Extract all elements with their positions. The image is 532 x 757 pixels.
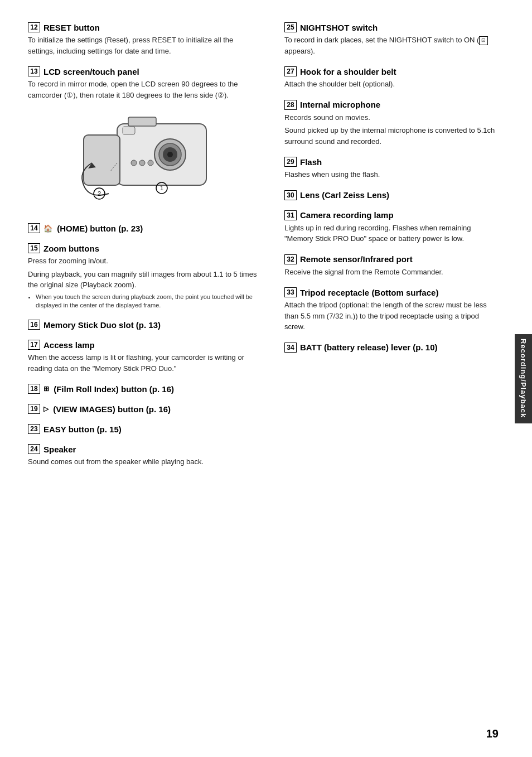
section-32-body: Receive the signal from the Remote Comma…: [284, 267, 496, 278]
section-31: 31 Camera recording lamp Lights up in re…: [284, 210, 496, 244]
section-33-title: 33 Tripod receptacle (Bottom surface): [284, 287, 496, 297]
section-19-title: 19 ▷ (VIEW IMAGES) button (p. 16): [28, 404, 262, 414]
section-15-body: Press for zooming in/out. During playbac…: [28, 255, 262, 310]
section-17-body: When the access lamp is lit or flashing,…: [28, 352, 262, 374]
svg-point-7: [131, 160, 137, 166]
section-15-bullets: When you touch the screen during playbac…: [28, 293, 262, 310]
section-33: 33 Tripod receptacle (Bottom surface) At…: [284, 287, 496, 332]
section-27-title: 27 Hook for a shoulder belt: [284, 66, 496, 76]
section-25: 25 NIGHTSHOT switch To record in dark pl…: [284, 22, 496, 56]
section-14-title: 14 🏠 (HOME) button (p. 23): [28, 223, 262, 233]
section-34: 34 BATT (battery release) lever (p. 10): [284, 343, 496, 353]
num-box-27: 27: [284, 66, 297, 76]
section-23-title: 23 EASY button (p. 15): [28, 424, 262, 434]
num-box-25: 25: [284, 22, 297, 32]
section-27-body: Attach the shoulder belt (optional).: [284, 79, 496, 90]
svg-point-8: [139, 160, 145, 166]
section-16-title: 16 Memory Stick Duo slot (p. 13): [28, 320, 262, 330]
home-icon: 🏠: [43, 224, 52, 233]
num-box-12: 12: [28, 22, 40, 32]
camera-diagram: 1 2: [28, 107, 262, 213]
num-box-24: 24: [28, 444, 40, 454]
section-23: 23 EASY button (p. 15): [28, 424, 262, 434]
num-box-17: 17: [28, 340, 40, 350]
svg-text:1: 1: [160, 185, 163, 191]
two-column-layout: 12 RESET button To initialize the settin…: [28, 22, 504, 478]
section-28-body: Records sound on movies. Sound picked up…: [284, 112, 496, 147]
section-13-title: 13 LCD screen/touch panel: [28, 66, 262, 76]
section-25-body: To record in dark places, set the NIGHTS…: [284, 35, 496, 56]
num-box-31: 31: [284, 210, 297, 220]
camera-svg: 1 2: [72, 107, 217, 213]
svg-rect-6: [123, 127, 135, 134]
num-box-34: 34: [284, 343, 297, 353]
section-24-title: 24 Speaker: [28, 444, 262, 454]
section-32: 32 Remote sensor/Infrared port Receive t…: [284, 254, 496, 278]
page-number: 19: [486, 727, 499, 740]
section-18: 18 ⊞ (Film Roll Index) button (p. 16): [28, 384, 262, 394]
section-28: 28 Internal microphone Records sound on …: [284, 100, 496, 147]
section-32-title: 32 Remote sensor/Infrared port: [284, 254, 496, 264]
svg-text:2: 2: [98, 190, 101, 197]
section-30-title: 30 Lens (Carl Zeiss Lens): [284, 190, 496, 200]
section-25-title: 25 NIGHTSHOT switch: [284, 22, 496, 32]
viewimg-icon: ▷: [43, 405, 49, 413]
section-15-title: 15 Zoom buttons: [28, 243, 262, 253]
svg-point-9: [148, 160, 153, 166]
num-box-18: 18: [28, 384, 40, 394]
section-12: 12 RESET button To initialize the settin…: [28, 22, 262, 56]
filmroll-icon: ⊞: [43, 385, 49, 393]
section-13-body: To record in mirror mode, open the LCD s…: [28, 79, 262, 100]
num-box-16: 16: [28, 320, 40, 330]
section-29-body: Flashes when using the flash.: [284, 169, 496, 180]
left-column: 12 RESET button To initialize the settin…: [28, 22, 262, 478]
nightshot-icon: ⊡: [479, 36, 488, 45]
svg-point-4: [167, 152, 173, 157]
section-31-title: 31 Camera recording lamp: [284, 210, 496, 220]
num-box-28: 28: [284, 100, 297, 110]
section-16: 16 Memory Stick Duo slot (p. 13): [28, 320, 262, 330]
section-14: 14 🏠 (HOME) button (p. 23): [28, 223, 262, 233]
num-box-23: 23: [28, 424, 40, 434]
num-box-15: 15: [28, 243, 40, 253]
sidebar-tab: Recording/Playback: [515, 334, 532, 423]
section-12-body: To initialize the settings (Reset), pres…: [28, 35, 262, 56]
num-box-19: 19: [28, 404, 40, 414]
section-30: 30 Lens (Carl Zeiss Lens): [284, 190, 496, 200]
section-33-body: Attach the tripod (optional: the length …: [284, 300, 496, 332]
section-34-title: 34 BATT (battery release) lever (p. 10): [284, 343, 496, 353]
section-17: 17 Access lamp When the access lamp is l…: [28, 340, 262, 374]
num-box-29: 29: [284, 157, 297, 167]
svg-rect-5: [128, 117, 156, 126]
section-29-title: 29 Flash: [284, 157, 496, 167]
page-container: 12 RESET button To initialize the settin…: [0, 0, 532, 757]
section-27: 27 Hook for a shoulder belt Attach the s…: [284, 66, 496, 90]
section-17-title: 17 Access lamp: [28, 340, 262, 350]
section-12-title: 12 RESET button: [28, 22, 262, 32]
section-31-body: Lights up in red during recording. Flash…: [284, 223, 496, 244]
section-29: 29 Flash Flashes when using the flash.: [284, 157, 496, 180]
num-box-14: 14: [28, 223, 40, 233]
section-13: 13 LCD screen/touch panel To record in m…: [28, 66, 262, 213]
section-24-body: Sound comes out from the speaker while p…: [28, 456, 262, 467]
num-box-30: 30: [284, 190, 297, 200]
num-box-32: 32: [284, 254, 297, 264]
section-18-title: 18 ⊞ (Film Roll Index) button (p. 16): [28, 384, 262, 394]
section-19: 19 ▷ (VIEW IMAGES) button (p. 16): [28, 404, 262, 414]
section-28-title: 28 Internal microphone: [284, 100, 496, 110]
right-column: 25 NIGHTSHOT switch To record in dark pl…: [284, 22, 496, 478]
svg-rect-10: [84, 135, 120, 185]
num-box-33: 33: [284, 287, 297, 297]
section-24: 24 Speaker Sound comes out from the spea…: [28, 444, 262, 467]
num-box-13: 13: [28, 66, 40, 76]
section-15: 15 Zoom buttons Press for zooming in/out…: [28, 243, 262, 310]
